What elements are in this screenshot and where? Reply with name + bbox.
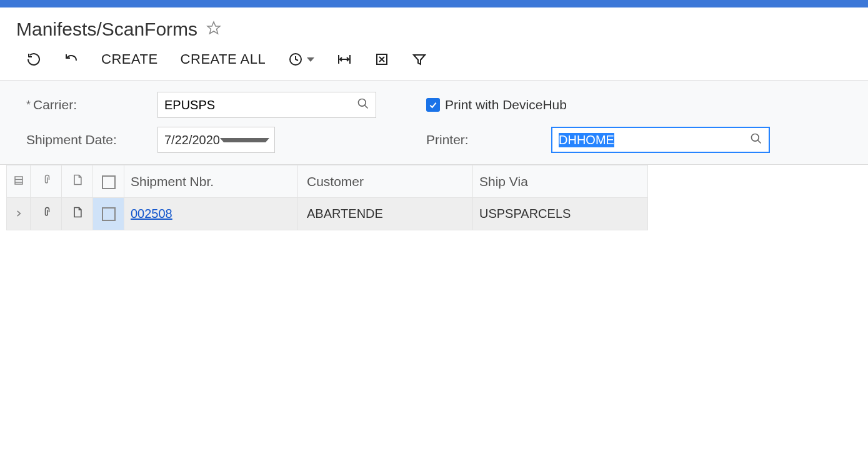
print-devicehub-label: Print with DeviceHub — [445, 97, 567, 112]
caret-down-icon — [220, 138, 269, 142]
filter-form: * Carrier: Print with DeviceHub Shipment… — [0, 81, 868, 165]
app-top-bar — [0, 0, 868, 7]
carrier-input-wrapper[interactable] — [157, 92, 376, 118]
favorite-star-icon[interactable] — [206, 21, 221, 38]
printer-label: Printer: — [426, 132, 469, 147]
svg-line-10 — [365, 106, 368, 109]
svg-point-11 — [752, 134, 759, 142]
search-icon[interactable] — [351, 97, 376, 112]
printer-input-wrapper[interactable] — [551, 127, 770, 153]
filter-button[interactable] — [412, 52, 427, 67]
shipment-date-selector[interactable]: 7/22/2020 — [157, 127, 275, 153]
ship-via-cell: USPSPARCELS — [473, 198, 648, 230]
col-select-all-header[interactable] — [93, 165, 124, 198]
row-files-icon[interactable] — [31, 198, 62, 230]
col-shipment-nbr-header[interactable]: Shipment Nbr. — [124, 165, 298, 198]
create-button[interactable]: CREATE — [101, 51, 158, 67]
svg-rect-13 — [15, 177, 22, 184]
fit-columns-button[interactable] — [337, 52, 352, 67]
row-expand-icon[interactable] — [7, 198, 31, 230]
refresh-button[interactable] — [26, 52, 41, 67]
toolbar: CREATE CREATE ALL — [0, 46, 868, 81]
row-select-checkbox[interactable] — [93, 198, 124, 230]
page-title: Manifests/ScanForms — [16, 19, 197, 40]
required-asterisk: * — [26, 99, 31, 112]
carrier-input[interactable] — [158, 92, 351, 117]
undo-button[interactable] — [64, 52, 79, 67]
shipment-nbr-link[interactable]: 002508 — [131, 207, 172, 220]
print-devicehub-checkbox[interactable] — [426, 98, 440, 112]
shipment-date-label: Shipment Date: — [26, 132, 117, 147]
col-ship-via-header[interactable]: Ship Via — [473, 165, 648, 198]
col-customer-header[interactable]: Customer — [298, 165, 473, 198]
caret-down-icon — [307, 57, 314, 62]
page-title-bar: Manifests/ScanForms — [0, 7, 868, 46]
row-notes-icon[interactable] — [62, 198, 93, 230]
search-icon[interactable] — [744, 132, 769, 147]
svg-marker-8 — [414, 55, 425, 64]
svg-point-9 — [359, 99, 366, 107]
shipment-date-value: 7/22/2020 — [164, 133, 220, 147]
col-files-header[interactable] — [31, 165, 62, 198]
create-all-button[interactable]: CREATE ALL — [181, 51, 266, 67]
col-selector-header[interactable] — [7, 165, 31, 198]
svg-marker-0 — [207, 22, 220, 34]
carrier-label: Carrier: — [33, 97, 77, 112]
shipments-grid: Shipment Nbr. Customer Ship Via 002508 A… — [6, 165, 648, 230]
customer-cell: ABARTENDE — [298, 198, 473, 230]
printer-input[interactable] — [552, 128, 744, 152]
col-notes-header[interactable] — [62, 165, 93, 198]
svg-line-12 — [758, 140, 761, 144]
export-excel-button[interactable] — [374, 52, 389, 67]
shipments-grid-wrapper: Shipment Nbr. Customer Ship Via 002508 A… — [0, 165, 868, 230]
schedule-dropdown-button[interactable] — [288, 52, 314, 67]
table-row[interactable]: 002508 ABARTENDE USPSPARCELS — [7, 198, 648, 230]
